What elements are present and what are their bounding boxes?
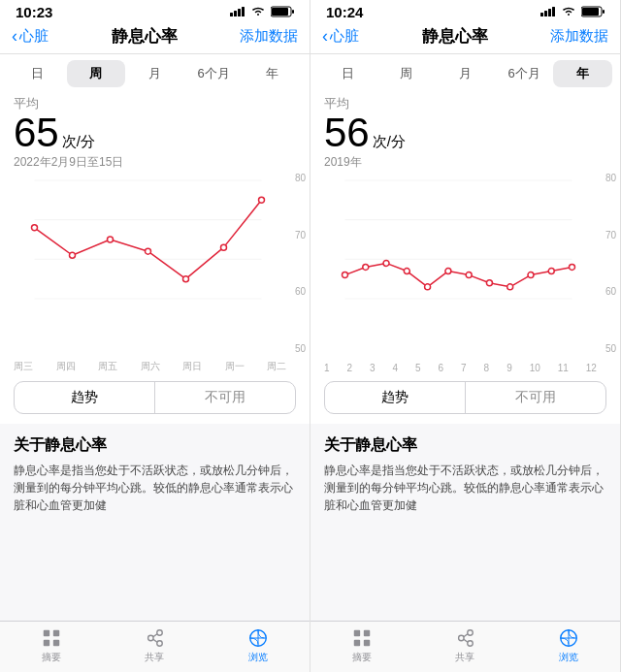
svg-rect-0 xyxy=(230,13,233,16)
bottom-tab-共享[interactable]: 共享 xyxy=(103,627,206,664)
svg-line-60 xyxy=(464,634,468,637)
trend-left[interactable]: 趋势 xyxy=(325,382,466,413)
bottom-tab-label: 摘要 xyxy=(352,651,372,664)
chart-x-labels: 周三周四周五周六周日周一周二 xyxy=(14,360,286,373)
bottom-tab-bar: 摘要共享浏览 xyxy=(310,621,620,672)
y-label: 50 xyxy=(605,343,616,354)
x-label: 周二 xyxy=(267,360,286,373)
svg-point-52 xyxy=(570,264,575,270)
svg-point-22 xyxy=(148,635,154,641)
add-data-button[interactable]: 添加数据 xyxy=(240,27,298,46)
about-title: 关于静息心率 xyxy=(324,435,606,456)
svg-point-16 xyxy=(221,244,227,250)
x-label: 10 xyxy=(530,363,540,373)
svg-point-57 xyxy=(459,635,465,641)
signal-icon xyxy=(230,7,245,16)
back-button[interactable]: ‹ 心脏 xyxy=(322,26,359,47)
x-label: 1 xyxy=(324,363,330,373)
about-text: 静息心率是指当您处于不活跃状态，或放松几分钟后，测量到的每分钟平均心跳。较低的静… xyxy=(324,462,606,514)
bottom-tab-label: 浏览 xyxy=(559,651,578,664)
tab-日[interactable]: 日 xyxy=(8,60,67,87)
heart-rate-chart xyxy=(14,176,296,303)
x-label: 周日 xyxy=(182,360,202,373)
svg-point-49 xyxy=(507,284,513,290)
svg-rect-20 xyxy=(44,640,49,646)
stats-value: 65 次/分 xyxy=(14,112,296,153)
heart-rate-unit: 次/分 xyxy=(62,133,95,151)
bottom-tab-摘要[interactable]: 摘要 xyxy=(310,627,413,664)
svg-point-45 xyxy=(425,284,431,290)
chart-container: 80706050123456789101112 xyxy=(310,173,620,377)
battery-icon xyxy=(271,6,294,17)
about-text: 静息心率是指当您处于不活跃状态，或放松几分钟后，测量到的每分钟平均心跳。较低的静… xyxy=(14,462,296,514)
back-label: 心脏 xyxy=(330,27,359,46)
x-label: 12 xyxy=(586,363,597,373)
chart-container: 80706050周三周四周五周六周日周一周二 xyxy=(0,173,310,377)
period-tab-bar: 日周月6个月年 xyxy=(0,54,310,91)
stats-date: 2019年 xyxy=(324,154,606,171)
svg-point-11 xyxy=(32,225,38,231)
svg-point-59 xyxy=(468,641,474,647)
svg-rect-19 xyxy=(53,630,59,636)
back-arrow-icon: ‹ xyxy=(322,26,328,47)
heart-rate-number: 65 xyxy=(14,112,59,153)
signal-icon xyxy=(540,7,556,16)
svg-point-47 xyxy=(466,272,472,278)
heart-rate-unit: 次/分 xyxy=(373,133,406,151)
svg-point-43 xyxy=(383,260,389,266)
trend-bar[interactable]: 趋势 不可用 xyxy=(14,381,296,414)
period-tab-bar: 日周月6个月年 xyxy=(310,54,620,91)
bottom-tab-浏览[interactable]: 浏览 xyxy=(207,627,310,664)
svg-point-48 xyxy=(486,280,492,286)
bottom-tab-浏览[interactable]: 浏览 xyxy=(517,627,620,664)
back-button[interactable]: ‹ 心脏 xyxy=(12,26,49,47)
chart-y-labels: 80706050 xyxy=(295,173,306,354)
tab-周[interactable]: 周 xyxy=(67,60,126,87)
svg-rect-1 xyxy=(234,11,237,16)
add-data-button[interactable]: 添加数据 xyxy=(550,27,608,46)
bottom-tab-摘要[interactable]: 摘要 xyxy=(0,627,103,664)
svg-point-44 xyxy=(404,269,409,274)
x-label: 3 xyxy=(370,363,376,373)
svg-rect-30 xyxy=(540,13,543,16)
browse-icon xyxy=(247,627,269,649)
tab-6个月[interactable]: 6个月 xyxy=(184,60,244,87)
x-label: 2 xyxy=(347,363,353,373)
svg-line-26 xyxy=(153,639,157,642)
status-icons xyxy=(230,6,294,17)
tab-年[interactable]: 年 xyxy=(243,60,302,87)
svg-rect-18 xyxy=(44,630,49,636)
nav-title: 静息心率 xyxy=(422,25,488,48)
summary-icon xyxy=(41,627,62,649)
svg-point-12 xyxy=(70,252,76,258)
tab-周[interactable]: 周 xyxy=(377,60,437,87)
nav-title: 静息心率 xyxy=(112,25,178,48)
status-bar: 10:24 xyxy=(310,0,620,21)
x-label: 周四 xyxy=(56,360,76,373)
svg-point-15 xyxy=(183,276,189,282)
nav-bar: ‹ 心脏 静息心率 添加数据 xyxy=(310,21,620,54)
bottom-tab-label: 共享 xyxy=(455,651,474,664)
x-label: 11 xyxy=(558,363,569,373)
trend-bar[interactable]: 趋势 不可用 xyxy=(324,381,606,414)
svg-point-14 xyxy=(146,248,151,254)
heart-rate-number: 56 xyxy=(324,112,370,153)
trend-left[interactable]: 趋势 xyxy=(15,382,155,413)
y-label: 70 xyxy=(295,230,306,240)
tab-月[interactable]: 月 xyxy=(436,60,495,87)
stats-section: 平均 56 次/分 2019年 xyxy=(310,91,620,173)
tab-年[interactable]: 年 xyxy=(553,60,612,87)
tab-月[interactable]: 月 xyxy=(125,60,184,87)
stats-value: 56 次/分 xyxy=(324,112,606,153)
bottom-tab-label: 摘要 xyxy=(42,651,61,664)
tab-6个月[interactable]: 6个月 xyxy=(495,60,554,87)
y-label: 60 xyxy=(295,286,306,297)
svg-rect-36 xyxy=(603,10,605,14)
tab-日[interactable]: 日 xyxy=(318,60,377,87)
svg-point-46 xyxy=(445,269,451,274)
svg-point-50 xyxy=(528,272,534,278)
y-label: 70 xyxy=(605,230,616,240)
bottom-tab-共享[interactable]: 共享 xyxy=(413,627,516,664)
svg-rect-31 xyxy=(544,11,547,16)
svg-rect-53 xyxy=(354,630,360,636)
